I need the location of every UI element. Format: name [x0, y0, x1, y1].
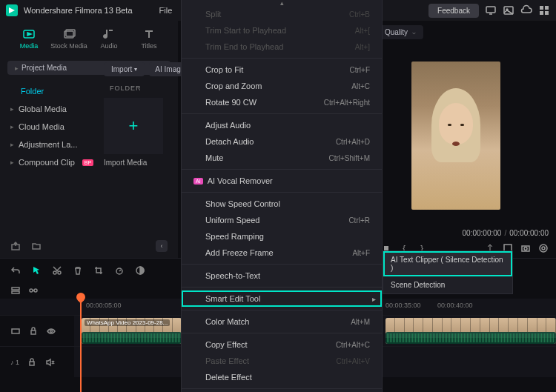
svg-point-17 — [53, 271, 56, 274]
speed-icon[interactable] — [114, 265, 125, 276]
tab-stock-media[interactable]: Stock Media — [49, 27, 89, 50]
ctx-paste-effect: Paste EffectCtrl+Alt+V — [182, 353, 382, 369]
cloud-icon[interactable] — [520, 4, 532, 16]
import-button[interactable]: Import▾ — [104, 62, 145, 76]
color-icon[interactable] — [135, 265, 145, 276]
ctx-detach-audio[interactable]: Detach AudioCtrl+Alt+D — [182, 133, 382, 150]
submenu-ai-text-clipper[interactable]: AI Text Clipper ( Silence Detection ) — [383, 251, 512, 276]
ctx-speed-control[interactable]: Show Speed Control — [182, 196, 382, 212]
time-separator: / — [504, 229, 506, 237]
svg-rect-24 — [34, 289, 37, 292]
ctx-split: SplitCtrl+B — [182, 6, 382, 22]
ctx-speech-to-text[interactable]: Speech-to-Text — [182, 268, 382, 284]
monitor-icon[interactable] — [485, 4, 497, 16]
clip-label: WhatsApp Video 2023-09-28... — [85, 319, 170, 326]
tab-media-label: Media — [20, 42, 39, 50]
svg-point-19 — [116, 268, 122, 274]
svg-rect-25 — [12, 329, 19, 333]
cut-icon[interactable] — [52, 265, 62, 276]
time-total: 00:00:00:00 — [509, 229, 549, 237]
sidebar-cloud-label: Cloud Media — [19, 122, 64, 131]
svg-rect-26 — [31, 330, 36, 334]
crop-icon[interactable] — [93, 265, 104, 276]
ctx-mute[interactable]: MuteCtrl+Shift+M — [182, 150, 382, 166]
smart-edit-submenu: AI Text Clipper ( Silence Detection ) Sc… — [383, 250, 513, 294]
context-menu: ▴ SplitCtrl+B Trim Start to PlayheadAlt+… — [181, 0, 383, 392]
inline-audio-1[interactable] — [82, 332, 182, 344]
app-logo — [6, 4, 18, 16]
delete-icon[interactable] — [73, 265, 83, 276]
titles-icon — [142, 27, 156, 41]
ctx-speed-ramping[interactable]: Speed Ramping — [182, 228, 382, 245]
inline-audio-2[interactable] — [385, 332, 556, 344]
lock-icon[interactable] — [27, 357, 37, 368]
app-title: Wondershare Filmora 13 Beta — [24, 6, 133, 15]
video-track-icon[interactable] — [10, 326, 21, 336]
audio-track-label: ♪ 1 — [10, 359, 19, 366]
svg-point-27 — [50, 330, 53, 332]
svg-point-15 — [542, 247, 545, 250]
menu-scroll-up-icon[interactable]: ▴ — [182, 0, 382, 6]
svg-rect-3 — [540, 6, 543, 10]
ctx-rotate[interactable]: Rotate 90 CWCtrl+Alt+Right — [182, 94, 382, 110]
lock-icon[interactable] — [28, 326, 39, 336]
tab-stock-label: Stock Media — [50, 42, 87, 50]
submenu-arrow-icon: ▸ — [372, 295, 376, 303]
tab-media[interactable]: Media — [9, 27, 49, 50]
pointer-icon[interactable] — [31, 265, 42, 276]
ctx-ai-vocal-remover[interactable]: AIAI Vocal Remover — [182, 173, 382, 189]
folder-icon[interactable] — [31, 241, 42, 251]
ctx-freeze-frame[interactable]: Add Freeze FrameAlt+F — [182, 245, 382, 261]
svg-point-14 — [524, 248, 527, 250]
svg-rect-21 — [12, 288, 19, 290]
video-preview[interactable] — [411, 62, 500, 210]
ctx-crop-zoom[interactable]: Crop and ZoomAlt+C — [182, 78, 382, 94]
grid-icon[interactable] — [538, 4, 550, 16]
tab-titles[interactable]: Titles — [129, 27, 169, 50]
playhead[interactable] — [80, 297, 82, 392]
export-icon[interactable] — [10, 241, 21, 251]
feedback-button[interactable]: Feedback — [428, 4, 479, 18]
ctx-smart-edit-tool[interactable]: Smart Edit Tool▸ — [182, 290, 382, 307]
ctx-uniform-speed[interactable]: Uniform SpeedCtrl+R — [182, 212, 382, 228]
preview-canvas — [356, 44, 556, 227]
snapshot-icon[interactable] — [520, 243, 531, 253]
import-label: Import — [111, 65, 132, 73]
settings-icon[interactable] — [538, 243, 549, 253]
ctx-copy-effect[interactable]: Copy EffectCtrl+Alt+C — [182, 336, 382, 353]
svg-rect-5 — [540, 11, 543, 15]
folder-heading: FOLDER — [104, 84, 148, 92]
ctx-color-match[interactable]: Color MatchAlt+M — [182, 313, 382, 330]
tab-audio[interactable]: Audio — [89, 27, 129, 50]
submenu-scene-detection[interactable]: Scene Detection — [383, 276, 512, 293]
svg-rect-22 — [12, 291, 19, 293]
sidebar-adj-label: Adjustment La... — [19, 140, 78, 149]
svg-rect-28 — [30, 362, 34, 365]
ctx-delete-effect[interactable]: Delete Effect — [182, 369, 382, 385]
audio-icon — [102, 27, 116, 41]
ctx-crop-fit[interactable]: Crop to FitCtrl+F — [182, 62, 382, 78]
time-current: 00:00:00:00 — [463, 229, 502, 237]
ruler-tick: 00:00:35:00 — [385, 302, 421, 309]
svg-point-16 — [540, 245, 547, 252]
track-link-icon[interactable] — [28, 285, 39, 296]
tab-audio-label: Audio — [100, 42, 117, 50]
ctx-trim-start: Trim Start to PlayheadAlt+[ — [182, 22, 382, 39]
project-media-label: Project Media — [21, 64, 67, 72]
import-media-drop[interactable]: + — [104, 98, 163, 154]
svg-rect-6 — [545, 11, 549, 15]
svg-rect-0 — [486, 7, 495, 13]
ruler-tick: 00:00:40:00 — [437, 302, 473, 309]
image-icon[interactable] — [503, 4, 514, 16]
bp-badge: BP — [82, 159, 93, 166]
ctx-adjust-audio[interactable]: Adjust Audio — [182, 117, 382, 133]
sidebar-compound-clip[interactable]: ▸Compound ClipBP — [0, 153, 178, 171]
track-add-icon[interactable] — [10, 285, 21, 296]
svg-rect-23 — [30, 289, 33, 292]
undo-icon[interactable] — [10, 265, 21, 276]
mute-track-icon[interactable] — [44, 357, 55, 368]
eye-icon[interactable] — [46, 326, 56, 336]
menu-file[interactable]: File — [153, 3, 179, 18]
collapse-panel-button[interactable]: ‹ — [156, 240, 168, 252]
media-icon — [22, 27, 36, 41]
